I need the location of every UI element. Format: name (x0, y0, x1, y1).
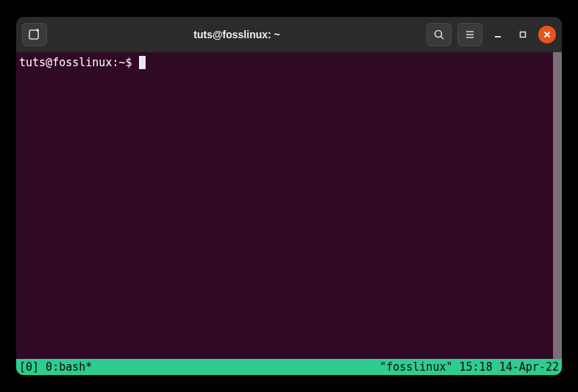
svg-point-1 (435, 31, 442, 38)
terminal-body[interactable]: tuts@fosslinux:~$ (16, 52, 562, 359)
titlebar-right (427, 23, 556, 46)
hamburger-icon (464, 29, 476, 40)
close-icon (543, 31, 551, 38)
terminal-window: tuts@fosslinux: ~ (16, 17, 562, 375)
new-tab-button[interactable] (22, 23, 47, 46)
cursor (139, 56, 146, 69)
svg-line-2 (441, 37, 444, 40)
terminal-content[interactable]: tuts@fosslinux:~$ (16, 52, 553, 359)
scrollbar-thumb[interactable] (553, 52, 562, 359)
minimize-icon (493, 30, 502, 39)
titlebar: tuts@fosslinux: ~ (16, 17, 562, 52)
menu-button[interactable] (457, 23, 482, 46)
maximize-button[interactable] (513, 25, 532, 44)
status-right: "fosslinux" 15:18 14-Apr-22 (379, 360, 559, 374)
close-button[interactable] (538, 26, 556, 43)
scrollbar[interactable] (553, 52, 562, 359)
titlebar-left (22, 23, 47, 46)
status-left: [0] 0:bash* (19, 360, 92, 374)
maximize-icon (518, 30, 527, 39)
search-icon (433, 29, 445, 40)
new-tab-icon (28, 28, 41, 41)
window-title: tuts@fosslinux: ~ (53, 29, 421, 40)
minimize-button[interactable] (488, 25, 507, 44)
prompt-line: tuts@fosslinux:~$ (19, 55, 550, 70)
tmux-statusbar: [0] 0:bash* "fosslinux" 15:18 14-Apr-22 (16, 359, 562, 375)
search-button[interactable] (427, 23, 452, 46)
prompt-text: tuts@fosslinux:~$ (19, 55, 139, 70)
svg-rect-7 (521, 32, 526, 38)
